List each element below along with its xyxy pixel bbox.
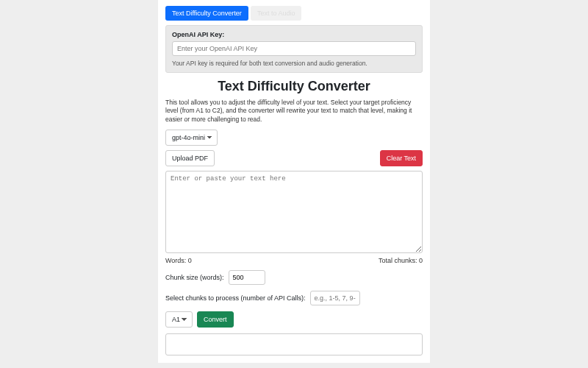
tabs: Text Difficulty Converter Text to Audio [165, 6, 423, 21]
api-key-panel: OpenAI API Key: Your API key is required… [165, 25, 423, 73]
clear-text-button[interactable]: Clear Text [380, 150, 423, 166]
page-title: Text Difficulty Converter [165, 79, 423, 94]
select-chunks-input[interactable] [310, 291, 360, 305]
chunk-size-input[interactable] [229, 270, 265, 285]
tab-text-difficulty[interactable]: Text Difficulty Converter [165, 6, 248, 21]
upload-pdf-button[interactable]: Upload PDF [165, 150, 215, 166]
tool-description: This tool allows you to adjust the diffi… [165, 99, 423, 124]
api-key-label: OpenAI API Key: [172, 31, 416, 38]
app-container: Text Difficulty Converter Text to Audio … [158, 0, 430, 363]
api-key-note: Your API key is required for both text c… [172, 60, 416, 67]
tab-text-to-audio[interactable]: Text to Audio [251, 6, 302, 21]
result-output [165, 333, 423, 355]
api-key-input[interactable] [172, 41, 416, 56]
text-input[interactable] [165, 171, 423, 253]
convert-button[interactable]: Convert [197, 311, 234, 328]
model-select[interactable]: gpt-4o-mini [165, 130, 218, 146]
select-chunks-label: Select chunks to process (number of API … [165, 294, 306, 302]
chunk-size-label: Chunk size (words): [165, 274, 224, 281]
word-count: Words: 0 [165, 257, 192, 264]
level-select[interactable]: A1 [165, 311, 193, 328]
chunk-count: Total chunks: 0 [379, 257, 423, 264]
